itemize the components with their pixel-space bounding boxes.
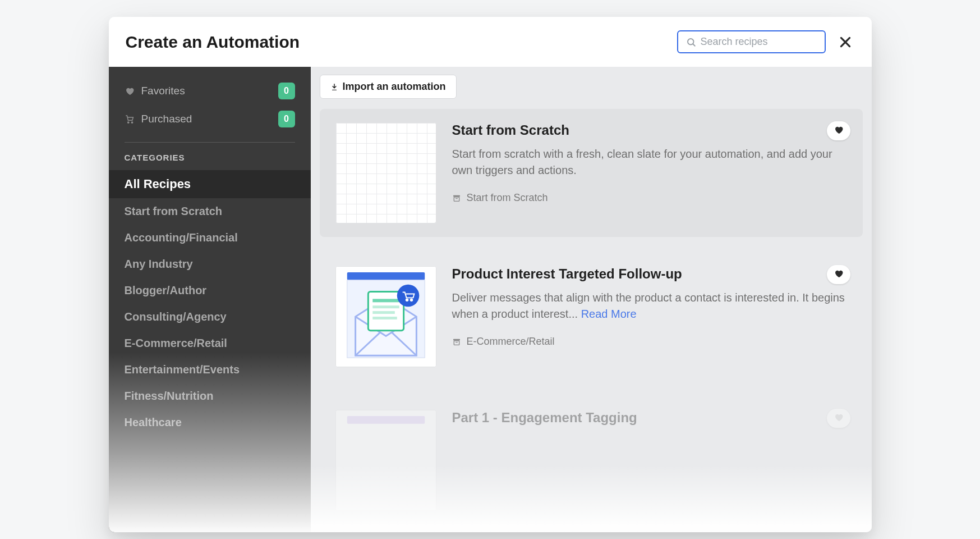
main-area: Import an automation Start from Scratch …	[311, 67, 872, 532]
placeholder-illustration	[336, 410, 436, 510]
recipe-title: Product Interest Targeted Follow-up	[452, 266, 847, 282]
favorite-toggle[interactable]	[827, 409, 850, 428]
download-arrow-icon	[330, 83, 338, 91]
read-more-link[interactable]: Read More	[581, 308, 637, 320]
svg-line-1	[693, 44, 694, 45]
svg-point-5	[131, 122, 132, 123]
modal-header: Create an Automation	[109, 17, 872, 67]
recipe-title: Part 1 - Engagement Tagging	[452, 410, 847, 426]
card-content: Start from Scratch Start from scratch wi…	[452, 122, 847, 223]
archive-icon	[452, 337, 461, 346]
sidebar-separator	[125, 142, 295, 143]
category-label: Consulting/Agency	[125, 310, 227, 323]
svg-rect-23	[454, 341, 459, 345]
category-label: Start from Scratch	[125, 205, 223, 217]
recipe-title: Start from Scratch	[452, 122, 847, 138]
svg-rect-7	[453, 195, 460, 197]
heart-icon	[834, 268, 844, 278]
recipe-thumbnail	[335, 410, 436, 511]
close-icon	[838, 35, 853, 49]
heart-icon	[125, 86, 135, 96]
modal-body: Favorites 0 Purchased 0 CATEGORIES All R…	[109, 67, 872, 532]
recipe-card[interactable]: Product Interest Targeted Follow-up Deli…	[320, 253, 863, 381]
category-label: E-Commerce/Retail	[125, 337, 227, 349]
category-blogger-author[interactable]: Blogger/Author	[109, 277, 311, 304]
sidebar-item-favorites[interactable]: Favorites 0	[109, 77, 311, 105]
recipe-meta: E-Commerce/Retail	[452, 336, 847, 348]
import-automation-button[interactable]: Import an automation	[320, 75, 457, 99]
category-entertainment-events[interactable]: Entertainment/Events	[109, 357, 311, 383]
category-label: Accounting/Financial	[125, 231, 238, 244]
import-automation-label: Import an automation	[343, 81, 446, 93]
favorites-count-badge: 0	[278, 83, 295, 99]
svg-rect-22	[453, 339, 460, 340]
modal-title: Create an Automation	[126, 33, 300, 52]
category-label: Entertainment/Events	[125, 363, 240, 376]
import-row: Import an automation	[311, 67, 872, 101]
recipe-description: Start from scratch with a fresh, clean s…	[452, 146, 847, 179]
purchased-count-badge: 0	[278, 111, 295, 127]
svg-rect-15	[372, 299, 399, 302]
search-input[interactable]	[701, 36, 817, 48]
purchased-label: Purchased	[141, 113, 192, 125]
create-automation-modal: Create an Automation Favorites 0	[109, 17, 872, 532]
category-label: Any Industry	[125, 258, 193, 270]
card-content: Product Interest Targeted Follow-up Deli…	[452, 266, 847, 367]
heart-icon	[834, 125, 844, 135]
svg-rect-18	[372, 317, 397, 319]
category-any-industry[interactable]: Any Industry	[109, 251, 311, 277]
cart-icon	[125, 114, 135, 124]
recipe-description-text: Deliver messages that align with the pro…	[452, 291, 845, 320]
heart-icon	[834, 412, 844, 422]
category-label: Fitness/Nutrition	[125, 390, 214, 402]
category-start-from-scratch[interactable]: Start from Scratch	[109, 198, 311, 225]
card-content: Part 1 - Engagement Tagging	[452, 410, 847, 511]
category-label: All Recipes	[125, 177, 191, 191]
close-button[interactable]	[836, 33, 855, 52]
favorites-label: Favorites	[141, 85, 185, 97]
category-label: Healthcare	[125, 416, 182, 428]
category-fitness-nutrition[interactable]: Fitness/Nutrition	[109, 383, 311, 409]
categories-heading: CATEGORIES	[109, 148, 311, 170]
svg-point-4	[127, 122, 128, 123]
archive-icon	[452, 194, 461, 203]
recipe-category: Start from Scratch	[467, 192, 548, 204]
category-label: Blogger/Author	[125, 284, 207, 296]
svg-rect-11	[347, 272, 424, 280]
search-recipes-field[interactable]	[677, 30, 826, 53]
category-accounting-financial[interactable]: Accounting/Financial	[109, 225, 311, 251]
envelope-cart-illustration	[336, 267, 436, 367]
header-right	[677, 30, 855, 53]
sidebar-item-purchased[interactable]: Purchased 0	[109, 105, 311, 133]
svg-point-19	[397, 285, 419, 307]
svg-rect-25	[336, 410, 436, 510]
recipe-thumbnail	[335, 266, 436, 367]
svg-rect-17	[372, 311, 395, 314]
category-all-recipes[interactable]: All Recipes	[109, 170, 311, 198]
sidebar: Favorites 0 Purchased 0 CATEGORIES All R…	[109, 67, 311, 532]
svg-point-21	[410, 299, 412, 302]
svg-point-20	[406, 299, 408, 302]
favorite-toggle[interactable]	[827, 121, 850, 140]
search-icon	[686, 37, 696, 47]
recipe-description: Deliver messages that align with the pro…	[452, 290, 847, 322]
recipe-thumbnail	[335, 122, 436, 223]
svg-rect-16	[372, 305, 399, 308]
recipe-card[interactable]: Start from Scratch Start from scratch wi…	[320, 109, 863, 237]
svg-rect-6	[332, 89, 336, 90]
svg-rect-8	[454, 197, 459, 201]
category-ecommerce-retail[interactable]: E-Commerce/Retail	[109, 330, 311, 357]
category-consulting-agency[interactable]: Consulting/Agency	[109, 304, 311, 330]
recipe-category: E-Commerce/Retail	[467, 336, 555, 348]
favorite-toggle[interactable]	[827, 265, 850, 284]
category-healthcare[interactable]: Healthcare	[109, 409, 311, 436]
svg-rect-26	[347, 416, 424, 424]
recipe-meta: Start from Scratch	[452, 192, 847, 204]
recipe-card[interactable]: Part 1 - Engagement Tagging	[320, 396, 863, 524]
